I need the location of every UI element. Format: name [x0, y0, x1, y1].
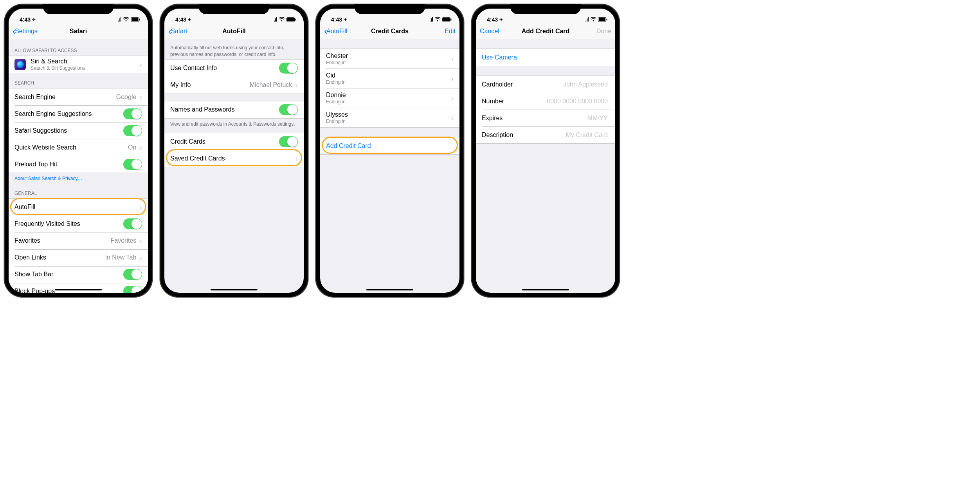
phone-2: 4:43 ✈︎ .ıl ‹ Safari AutoFill Automatica…	[160, 4, 308, 297]
home-indicator[interactable]	[211, 289, 258, 290]
chevron-right-icon: ›	[139, 144, 142, 151]
field-placeholder: MM/YY	[587, 115, 608, 122]
chevron-right-icon: ›	[139, 93, 142, 101]
row-label: Search Engine	[14, 94, 116, 101]
notch	[43, 4, 113, 14]
cardholder-field[interactable]: Cardholder John Appleseed	[476, 76, 615, 93]
screen-add-credit-card: 4:43 ✈︎ .ıl Cancel Add Credit Card Done …	[476, 9, 615, 293]
svg-rect-4	[287, 18, 294, 21]
chevron-right-icon: ›	[139, 203, 142, 211]
wifi-icon	[434, 17, 441, 22]
chevron-right-icon: ›	[139, 254, 142, 261]
row-value: Google	[116, 94, 137, 101]
phone-3: 4:43 ✈︎ .ıl ‹ AutoFill Credit Cards Edit	[315, 4, 464, 297]
wifi-icon	[123, 17, 129, 22]
frequently-visited-row[interactable]: Frequently Visited Sites	[9, 216, 148, 232]
chevron-right-icon: ›	[451, 94, 454, 102]
toggle-on[interactable]	[123, 108, 142, 119]
open-links-row[interactable]: Open Links In New Tab ›	[9, 249, 148, 266]
content[interactable]: Use Camera Cardholder John Appleseed Num…	[476, 39, 615, 293]
footer-intro: Automatically fill out web forms using y…	[164, 39, 304, 59]
search-engine-row[interactable]: Search Engine Google ›	[9, 88, 148, 105]
show-tab-bar-row[interactable]: Show Tab Bar	[9, 266, 148, 283]
location-icon: ✈︎	[188, 17, 191, 22]
description-field[interactable]: Description My Credit Card	[476, 126, 615, 143]
chevron-right-icon: ›	[451, 114, 454, 121]
row-label: Use Contact Info	[170, 65, 279, 72]
card-row[interactable]: Ulysses Ending in ›	[320, 108, 459, 127]
battery-icon	[131, 17, 140, 22]
row-label: Use Camera	[482, 54, 609, 61]
siri-icon	[14, 59, 26, 70]
row-label: Names and Passwords	[170, 106, 279, 113]
signal-icon: .ıl	[274, 16, 277, 23]
row-value: Michael Potuck	[250, 81, 292, 88]
toggle-on[interactable]	[123, 159, 142, 170]
use-contact-info-row[interactable]: Use Contact Info	[164, 60, 304, 77]
back-label: AutoFill	[326, 28, 347, 35]
card-row[interactable]: Chester Ending in ›	[320, 49, 459, 68]
home-indicator[interactable]	[522, 289, 569, 290]
status-icons: .ıl	[118, 16, 140, 23]
row-label: Add Credit Card	[326, 142, 454, 150]
edit-button[interactable]: Edit	[445, 28, 456, 35]
nav-bar: ‹ AutoFill Credit Cards Edit	[320, 23, 459, 39]
home-indicator[interactable]	[366, 289, 413, 290]
my-info-row[interactable]: My Info Michael Potuck ›	[164, 77, 304, 94]
back-button[interactable]: ‹ Safari	[168, 27, 187, 36]
toggle-on[interactable]	[123, 218, 142, 229]
content[interactable]: ALLOW SAFARI TO ACCESS Siri & Search Sea…	[9, 39, 148, 293]
toggle-on[interactable]	[279, 136, 298, 147]
toggle-on[interactable]	[279, 63, 298, 74]
section-header-allow: ALLOW SAFARI TO ACCESS	[9, 39, 148, 56]
status-icons: .ıl	[585, 16, 607, 23]
quick-website-search-row[interactable]: Quick Website Search On ›	[9, 139, 148, 156]
safari-suggestions-row[interactable]: Safari Suggestions	[9, 122, 148, 139]
back-button[interactable]: ‹ Settings	[13, 27, 38, 36]
row-label: My Info	[170, 81, 250, 88]
field-label: Number	[482, 98, 547, 105]
expires-field[interactable]: Expires MM/YY	[476, 110, 615, 126]
back-button[interactable]: ‹ AutoFill	[324, 27, 347, 36]
svg-rect-7	[443, 18, 450, 21]
location-icon: ✈︎	[344, 17, 347, 22]
home-indicator[interactable]	[55, 289, 102, 290]
search-engine-suggestions-row[interactable]: Search Engine Suggestions	[9, 105, 148, 122]
credit-cards-toggle-row[interactable]: Credit Cards	[164, 133, 304, 150]
toggle-on[interactable]	[123, 125, 142, 136]
row-label: Preload Top Hit	[14, 161, 123, 168]
favorites-row[interactable]: Favorites Favorites ›	[9, 232, 148, 249]
field-label: Cardholder	[482, 81, 563, 88]
battery-icon	[442, 17, 452, 22]
content[interactable]: Automatically fill out web forms using y…	[164, 39, 304, 293]
battery-icon	[598, 17, 607, 22]
use-camera-row[interactable]: Use Camera	[476, 49, 615, 66]
names-passwords-row[interactable]: Names and Passwords	[164, 101, 304, 118]
status-icons: .ıl	[274, 16, 296, 23]
card-row[interactable]: Cid Ending in ›	[320, 68, 459, 88]
status-time: 4:43	[487, 16, 498, 23]
signal-icon: .ıl	[429, 16, 433, 23]
cancel-button[interactable]: Cancel	[480, 28, 499, 35]
notch	[199, 4, 269, 14]
autofill-row[interactable]: AutoFill ›	[9, 199, 148, 216]
screen-safari-settings: 4:43 ✈︎ .ıl ‹ Settings Safari ALLOW SAFA…	[9, 9, 148, 293]
toggle-on[interactable]	[279, 104, 298, 115]
svg-rect-8	[451, 19, 452, 21]
back-label: Settings	[15, 28, 38, 35]
saved-credit-cards-row[interactable]: Saved Credit Cards ›	[164, 150, 304, 167]
notch	[355, 4, 425, 14]
battery-icon	[286, 17, 296, 22]
add-credit-card-row[interactable]: Add Credit Card	[320, 137, 459, 154]
card-row[interactable]: Donnie Ending in ›	[320, 88, 459, 108]
siri-search-row[interactable]: Siri & Search Search & Siri Suggestions …	[9, 56, 148, 73]
toggle-on[interactable]	[123, 269, 142, 280]
preload-top-hit-row[interactable]: Preload Top Hit	[9, 156, 148, 173]
toggle-on[interactable]	[123, 286, 142, 293]
block-popups-row[interactable]: Block Pop-ups	[9, 283, 148, 293]
content[interactable]: Chester Ending in › Cid Ending in › Donn…	[320, 39, 459, 293]
notch	[510, 4, 581, 14]
done-button[interactable]: Done	[596, 28, 611, 35]
number-field[interactable]: Number 0000 0000 0000 0000	[476, 93, 615, 110]
about-link[interactable]: About Safari Search & Privacy…	[9, 173, 148, 184]
